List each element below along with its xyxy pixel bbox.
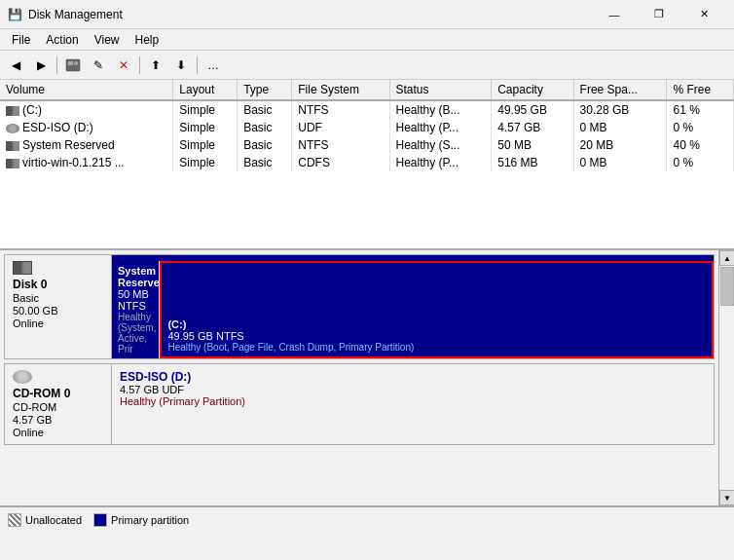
cell-type: Basic	[238, 119, 292, 136]
cell-type: Basic	[238, 136, 292, 154]
partition-status: Healthy (Boot, Page File, Crash Dump, Pr…	[167, 342, 706, 353]
delete-button[interactable]: ✕	[112, 54, 135, 77]
table-row[interactable]: virtio-win-0.1.215 ... Simple Basic CDFS…	[0, 154, 734, 171]
table-row[interactable]: (C:) Simple Basic NTFS Healthy (B... 49.…	[0, 100, 734, 119]
menu-help[interactable]: Help	[128, 31, 167, 48]
disk-name: Disk 0	[13, 278, 103, 291]
more-button[interactable]: …	[202, 54, 225, 77]
scroll-thumb[interactable]	[720, 267, 734, 306]
table-row[interactable]: ESD-ISO (D:) Simple Basic UDF Healthy (P…	[0, 119, 734, 136]
cell-fs: CDFS	[292, 154, 389, 171]
hdd-icon	[13, 261, 32, 275]
disk-row-1: CD-ROM 0 CD-ROM 4.57 GB Online ESD-ISO (…	[4, 363, 715, 445]
vertical-scrollbar[interactable]: ▲ ▼	[718, 250, 734, 505]
partition-name: ESD-ISO (D:)	[120, 370, 706, 384]
cell-status: Healthy (B...	[389, 100, 492, 119]
cd-icon	[6, 124, 19, 133]
col-capacity[interactable]: Capacity	[492, 80, 573, 100]
disk-partitions-1: ESD-ISO (D:) 4.57 GB UDF Healthy (Primar…	[112, 364, 714, 444]
minimize-button[interactable]: —	[592, 5, 637, 24]
svg-rect-1	[68, 61, 73, 65]
legend: Unallocated Primary partition	[0, 505, 734, 533]
forward-button[interactable]: ▶	[29, 54, 53, 77]
col-layout[interactable]: Layout	[173, 80, 238, 100]
menu-file[interactable]: File	[4, 31, 38, 48]
cell-status: Healthy (S...	[389, 136, 492, 154]
disk-status: Online	[13, 317, 103, 329]
legend-unallocated: Unallocated	[8, 513, 82, 527]
delete-icon: ✕	[119, 58, 128, 72]
cell-fs: UDF	[292, 119, 389, 136]
up-button[interactable]: ⬆	[144, 54, 167, 77]
back-button[interactable]: ◀	[4, 54, 27, 77]
cell-capacity: 49.95 GB	[492, 100, 573, 119]
toolbar-separator-1	[56, 56, 57, 74]
cell-volume: (C:)	[0, 100, 173, 119]
disk-type: CD-ROM	[13, 401, 103, 413]
col-status[interactable]: Status	[389, 80, 492, 100]
edit-button[interactable]: ✎	[87, 54, 110, 77]
legend-primary: Primary partition	[93, 513, 189, 527]
disk-icon	[6, 141, 19, 151]
toolbar: ◀ ▶ ✎ ✕ ⬆ ⬇ …	[0, 51, 734, 80]
disk-graphic-section: Disk 0 Basic 50.00 GB Online System Rese…	[0, 250, 734, 505]
col-pctfree[interactable]: % Free	[667, 80, 734, 100]
title-bar: 💾 Disk Management — ❐ ✕	[0, 0, 734, 29]
cell-layout: Simple	[173, 154, 238, 171]
col-volume[interactable]: Volume	[0, 80, 173, 100]
scroll-track	[719, 266, 734, 490]
menu-view[interactable]: View	[87, 31, 128, 48]
cell-free: 20 MB	[573, 136, 667, 154]
toolbar-separator-3	[197, 56, 198, 74]
col-type[interactable]: Type	[238, 80, 292, 100]
title-bar-left: 💾 Disk Management	[8, 8, 123, 21]
cd-partition[interactable]: ESD-ISO (D:) 4.57 GB UDF Healthy (Primar…	[112, 364, 714, 444]
restore-button[interactable]: ❐	[637, 5, 681, 24]
disk-name: CD-ROM 0	[13, 387, 103, 400]
disk-properties-button[interactable]	[61, 54, 85, 77]
partition-name: System Reserved	[118, 265, 153, 288]
cell-layout: Simple	[173, 100, 238, 119]
cell-pct: 61 %	[667, 100, 734, 119]
disk-size: 50.00 GB	[13, 305, 103, 317]
menu-action[interactable]: Action	[38, 31, 86, 48]
legend-primary-box	[93, 513, 107, 527]
disk-label-1: CD-ROM 0 CD-ROM 4.57 GB Online	[5, 364, 112, 444]
col-free[interactable]: Free Spa...	[573, 80, 667, 100]
cell-status: Healthy (P...	[389, 154, 492, 171]
scroll-up-button[interactable]: ▲	[719, 250, 734, 266]
table-body: (C:) Simple Basic NTFS Healthy (B... 49.…	[0, 100, 734, 171]
cell-status: Healthy (P...	[389, 119, 492, 136]
window-title: Disk Management	[28, 8, 123, 21]
cell-free: 0 MB	[573, 119, 667, 136]
cell-volume: System Reserved	[0, 136, 173, 154]
cell-pct: 0 %	[667, 119, 734, 136]
partition-size: 4.57 GB UDF	[120, 384, 706, 395]
cell-capacity: 516 MB	[492, 154, 573, 171]
scroll-down-button[interactable]: ▼	[719, 490, 734, 505]
cell-free: 30.28 GB	[573, 100, 667, 119]
menu-bar: File Action View Help	[0, 29, 734, 51]
toolbar-separator-2	[139, 56, 140, 74]
disk-graphic-area: Disk 0 Basic 50.00 GB Online System Rese…	[0, 250, 718, 505]
cell-pct: 40 %	[667, 136, 734, 154]
close-button[interactable]: ✕	[681, 5, 726, 24]
cell-fs: NTFS	[292, 136, 389, 154]
disk-icon	[6, 159, 19, 168]
cd-drive-icon	[13, 370, 32, 384]
partition-0[interactable]: System Reserved 50 MB NTFS Healthy (Syst…	[112, 261, 160, 358]
cell-capacity: 4.57 GB	[492, 119, 573, 136]
down-button[interactable]: ⬇	[169, 54, 193, 77]
app-icon: 💾	[8, 8, 22, 21]
disk-size: 4.57 GB	[13, 414, 103, 426]
partition-1[interactable]: (C:) 49.95 GB NTFS Healthy (Boot, Page F…	[160, 261, 714, 358]
main-content: Volume Layout Type File System Status Ca…	[0, 80, 734, 533]
cell-pct: 0 %	[667, 154, 734, 171]
cell-layout: Simple	[173, 119, 238, 136]
title-bar-controls: — ❐ ✕	[592, 5, 726, 24]
disk-partitions-0: System Reserved 50 MB NTFS Healthy (Syst…	[112, 255, 714, 358]
partitions-row: System Reserved 50 MB NTFS Healthy (Syst…	[112, 261, 714, 358]
col-filesystem[interactable]: File System	[292, 80, 389, 100]
svg-point-2	[74, 61, 78, 65]
table-row[interactable]: System Reserved Simple Basic NTFS Health…	[0, 136, 734, 154]
